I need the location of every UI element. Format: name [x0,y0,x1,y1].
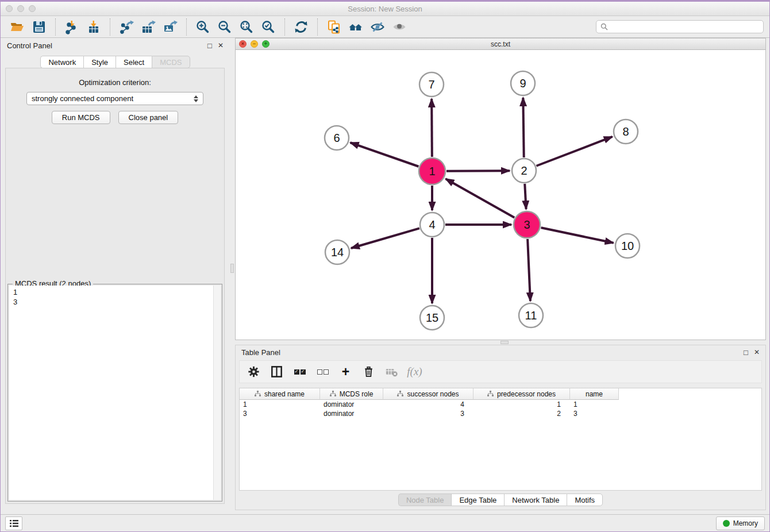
table-cell: 4 [383,400,473,409]
minimize-view-icon[interactable]: − [251,40,258,48]
mcds-tab-content: Optimization criterion: strongly connect… [5,68,225,504]
tab-network-table[interactable]: Network Table [504,494,567,506]
table-row[interactable]: 3dominator323 [240,409,761,418]
close-window-icon[interactable] [6,5,13,12]
graph-edge-1-6[interactable] [351,142,419,167]
graph-edge-2-3[interactable] [525,184,526,209]
graph-edge-3-10[interactable] [541,228,613,243]
delete-table-icon [384,364,399,379]
graph-edge-1-7[interactable] [432,99,432,157]
network-window-titlebar: × − + scc.txt [236,38,765,50]
graph-edge-2-9[interactable] [523,98,523,157]
maximize-window-icon[interactable] [29,5,36,12]
application-window: Session: New Session Control Panel □ ✕ [0,0,770,532]
close-table-panel-icon[interactable]: ✕ [754,349,760,356]
column-header-predecessor-nodes[interactable]: predecessor nodes [473,388,570,400]
result-scrollbar[interactable] [213,286,221,500]
tab-select[interactable]: Select [116,56,152,68]
column-header-name[interactable]: name [570,388,619,400]
toolbar-separator [55,18,56,36]
tab-network[interactable]: Network [40,56,83,68]
float-panel-icon[interactable]: □ [207,42,212,49]
column-header-successor-nodes[interactable]: successor nodes [383,388,473,400]
graph-node-7[interactable]: 7 [419,72,444,97]
mcds-result-box[interactable]: 1 3 [9,286,221,500]
horizontal-splitter[interactable] [234,340,767,345]
houses-icon[interactable] [345,18,367,36]
control-panel: Control Panel □ ✕ NetworkStyleSelectMCDS… [1,38,230,514]
mcds-result-text: 1 3 [9,286,213,500]
zoom-fit-icon[interactable] [236,18,257,36]
maximize-view-icon[interactable]: + [262,40,270,48]
table-cell: 3 [570,409,619,418]
export-image-icon[interactable] [159,18,181,36]
gear-icon[interactable] [247,364,261,379]
float-table-panel-icon[interactable]: □ [744,349,748,356]
trash-icon[interactable] [361,364,376,379]
table-cell: 3 [240,409,320,418]
export-network-icon[interactable] [116,18,137,36]
network-canvas[interactable]: 1234678910111415 [236,51,765,340]
zoom-out-icon[interactable] [214,18,236,36]
export-table-icon[interactable] [137,18,159,36]
graph-node-15[interactable]: 15 [420,306,444,330]
tab-node-table[interactable]: Node Table [398,494,452,506]
refresh-icon[interactable] [290,18,312,36]
minimize-window-icon[interactable] [17,5,24,12]
graph-edge-1-2[interactable] [446,171,510,171]
graph-edge-3-1[interactable] [446,179,515,217]
graph-node-2[interactable]: 2 [512,159,536,183]
graph-node-3[interactable]: 3 [514,211,540,238]
search-box[interactable] [596,20,764,33]
zoom-selected-icon[interactable] [257,18,279,36]
save-icon[interactable] [28,18,50,36]
column-header-MCDS-role[interactable]: MCDS role [320,388,383,400]
tab-motifs[interactable]: Motifs [567,494,603,506]
memory-button[interactable]: Memory [716,516,765,530]
svg-text:9: 9 [519,77,526,90]
select-all-icon[interactable] [292,364,307,379]
deselect-all-icon[interactable] [315,364,330,379]
vertical-splitter[interactable] [230,38,234,514]
tab-style[interactable]: Style [83,56,116,68]
network-window-controls: × − + [239,40,270,48]
close-panel-button[interactable]: Close panel [118,111,179,124]
close-panel-icon[interactable]: ✕ [218,42,224,49]
copy-network-icon[interactable] [323,18,345,36]
folder-open-icon[interactable] [6,18,28,36]
graph-node-1[interactable]: 1 [419,158,445,184]
import-network-icon[interactable] [61,18,83,36]
content-area: Control Panel □ ✕ NetworkStyleSelectMCDS… [1,38,769,514]
graph-edge-3-11[interactable] [528,239,530,301]
run-mcds-button[interactable]: Run MCDS [52,111,110,124]
zoom-in-icon[interactable] [192,18,214,36]
criterion-dropdown[interactable]: strongly connected component [26,92,203,105]
svg-text:15: 15 [426,311,438,324]
table-cell: 1 [240,400,320,409]
attribute-icon [397,391,403,397]
eye-show-icon[interactable] [388,18,410,36]
add-row-icon[interactable]: + [338,364,353,379]
graph-edge-2-8[interactable] [536,137,612,166]
tab-edge-table[interactable]: Edge Table [451,494,504,506]
graph-node-14[interactable]: 14 [325,240,349,264]
task-history-button[interactable] [5,516,22,530]
tab-mcds[interactable]: MCDS [152,56,190,68]
import-table-icon[interactable] [83,18,105,36]
eye-hide-icon[interactable] [367,18,388,36]
graph-edge-4-14[interactable] [351,228,419,248]
graph-node-11[interactable]: 11 [519,303,543,327]
graph-node-9[interactable]: 9 [511,71,535,95]
columns-icon[interactable] [270,364,284,379]
graph-node-4[interactable]: 4 [420,213,444,237]
graph-node-6[interactable]: 6 [325,126,349,150]
graph-node-10[interactable]: 10 [615,234,640,258]
table-header-row: shared name MCDS role successor nodes pr… [240,388,761,400]
search-input[interactable] [611,22,759,32]
column-header-shared-name[interactable]: shared name [240,388,320,400]
graph-node-8[interactable]: 8 [614,119,638,144]
network-view-window: × − + scc.txt 1234678910111415 [235,38,766,340]
status-bar: Memory [1,514,769,531]
close-view-icon[interactable]: × [239,40,247,48]
table-row[interactable]: 1dominator411 [240,400,761,409]
